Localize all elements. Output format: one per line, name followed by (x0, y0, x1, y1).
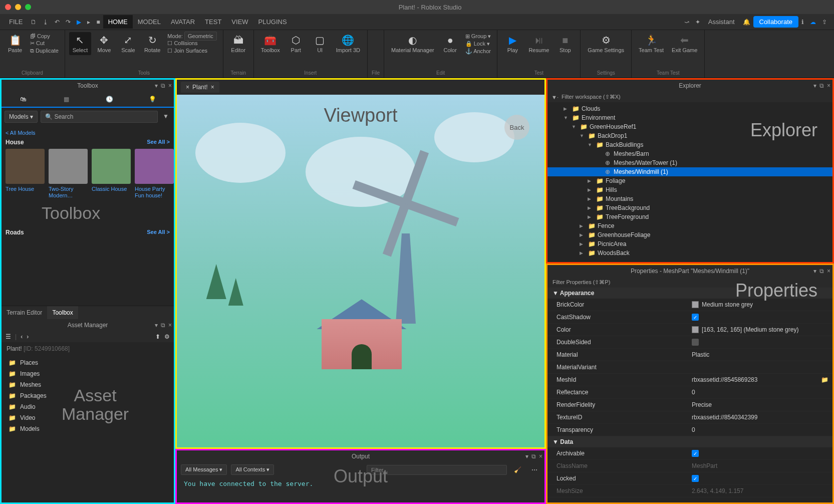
exit-game-button[interactable]: ⬅Exit Game (669, 32, 700, 55)
tree-item[interactable]: ▶📁Mountains (547, 194, 832, 203)
explorer-filter-input[interactable]: ▼· Filter workspace (⇧⌘X) (547, 92, 832, 102)
maximize-window-button[interactable] (25, 4, 31, 10)
chevron-down-icon[interactable]: ▾ (813, 82, 816, 89)
tab-model[interactable]: MODEL (133, 15, 166, 29)
asset-folder-images[interactable]: 📁 Images (2, 368, 174, 379)
asset-folder-video[interactable]: 📁 Video (2, 412, 174, 423)
color-button[interactable]: ●Color (439, 32, 461, 55)
prop-row-color[interactable]: Color [163, 162, 165] (Medium stone grey… (547, 324, 832, 336)
toolbox-item[interactable]: Classic House (92, 149, 131, 199)
anchor-button[interactable]: ⚓ Anchor (465, 48, 491, 55)
assistant-button[interactable]: Assistant (703, 15, 740, 29)
join-surfaces-checkbox[interactable]: ☐ Join Surfaces (167, 48, 216, 54)
paste-button[interactable]: 📋Paste (4, 32, 26, 55)
toolbox-item[interactable]: Two-Story Modern… (49, 149, 88, 199)
tree-item[interactable]: ▶📁Hills (547, 185, 832, 194)
tab-test[interactable]: TEST (200, 15, 226, 29)
tree-item[interactable]: ⊕Meshes/Windmill (1) (547, 167, 832, 176)
marketplace-tab[interactable]: 🛍 (2, 92, 45, 107)
part-button[interactable]: ⬡Part (285, 32, 307, 55)
terrain-editor-button[interactable]: 🏔Editor (227, 32, 249, 55)
rotate-tool[interactable]: ↻Rotate (141, 32, 163, 55)
open-icon[interactable]: ⭳ (40, 16, 52, 29)
back-nav-icon[interactable]: ‹ (21, 333, 23, 340)
popout-icon[interactable]: ⧉ (819, 82, 824, 89)
stop-icon[interactable]: ■ (93, 16, 103, 29)
chevron-down-icon[interactable]: ▾ (155, 82, 158, 89)
notification-icon[interactable]: 🔔 (740, 16, 753, 29)
copy-button[interactable]: 🗐 Copy (30, 33, 59, 39)
output-menu-icon[interactable]: ⋯ (528, 466, 540, 473)
prop-row-material[interactable]: MaterialPlastic (547, 349, 832, 361)
contexts-dropdown[interactable]: All Contexts ▾ (231, 464, 274, 475)
see-all-roads-link[interactable]: See All > (147, 229, 170, 236)
list-view-icon[interactable]: ☰ (6, 333, 11, 340)
share-icon[interactable]: ⇪ (819, 16, 830, 29)
tree-item[interactable]: ▶📁Clouds (547, 104, 832, 113)
models-dropdown[interactable]: Models ▾ (5, 111, 38, 123)
asset-folder-meshes[interactable]: 📁 Meshes (2, 379, 174, 390)
resume-button[interactable]: ⏯Resume (525, 32, 552, 55)
team-test-button[interactable]: 🏃Team Test (636, 32, 667, 55)
collisions-checkbox[interactable]: ☐ Collisions (167, 40, 216, 47)
move-tool[interactable]: ✥Move (93, 32, 115, 55)
popout-icon[interactable]: ⧉ (819, 268, 824, 275)
scene-tab[interactable]: × Plant! × (181, 82, 219, 93)
prop-row-doublesided[interactable]: DoubleSided (547, 336, 832, 349)
prop-row-castshadow[interactable]: CastShadow✓ (547, 311, 832, 324)
prop-section-data[interactable]: ▼ Data (547, 436, 832, 447)
viewport-back-button[interactable]: Back (504, 115, 529, 140)
close-icon[interactable]: × (827, 82, 830, 89)
forward-nav-icon[interactable]: › (27, 333, 29, 340)
redo-icon[interactable]: ↷ (63, 16, 74, 29)
prop-row-transparency[interactable]: Transparency0 (547, 424, 832, 436)
messages-dropdown[interactable]: All Messages ▾ (181, 464, 227, 475)
prop-row-meshid[interactable]: MeshIdrbxassetid://8545869283 📁 (547, 374, 832, 386)
ui-button[interactable]: ▢UI (309, 32, 331, 55)
duplicate-button[interactable]: ⧉ Duplicate (30, 48, 59, 54)
search-input[interactable]: 🔍 Search (41, 111, 158, 123)
recent-tab[interactable]: 🕓 (88, 92, 131, 107)
mode-dropdown[interactable]: Geometric (184, 32, 217, 41)
prop-row-reflectance[interactable]: Reflectance0 (547, 386, 832, 399)
dock-tab-toolbox[interactable]: Toolbox (47, 306, 78, 319)
creations-tab[interactable]: 💡 (131, 92, 174, 107)
minimize-window-button[interactable] (15, 4, 21, 10)
toolbox-item[interactable]: House Party Fun house! (135, 149, 174, 199)
filter-icon[interactable]: ▼ (161, 111, 171, 123)
new-icon[interactable]: 🗋 (28, 16, 40, 29)
toolbox-item[interactable]: Tree House (6, 149, 45, 199)
close-icon[interactable]: × (168, 82, 172, 89)
prop-row-archivable[interactable]: Archivable✓ (547, 447, 832, 460)
import-icon[interactable]: ⬆ (155, 333, 160, 340)
cut-button[interactable]: ✂ Cut (30, 40, 59, 47)
chevron-down-icon[interactable]: ▾ (525, 453, 528, 460)
viewport[interactable]: Back Viewport (175, 95, 546, 449)
tab-view[interactable]: VIEW (226, 15, 253, 29)
tree-item[interactable]: ⊕Meshes/WaterTower (1) (547, 158, 832, 167)
tree-item[interactable]: ▼📁BackBuidlings (547, 140, 832, 149)
prop-row-renderfidelity[interactable]: RenderFidelityPrecise (547, 399, 832, 411)
inventory-tab[interactable]: ▦ (45, 92, 88, 107)
dock-tab-terrain-editor[interactable]: Terrain Editor (2, 306, 47, 319)
stop-button[interactable]: ■Stop (554, 32, 576, 55)
collaborate-button[interactable]: Collaborate (753, 16, 799, 28)
clear-output-icon[interactable]: 🧹 (511, 466, 524, 473)
asset-folder-audio[interactable]: 📁 Audio (2, 401, 174, 412)
tree-item[interactable]: ▶📁Fence (547, 221, 832, 230)
tab-plugins[interactable]: PLUGINS (253, 15, 292, 29)
tree-item[interactable]: ▶📁TreeBackground (547, 203, 832, 212)
tree-item[interactable]: ▶📁GreenhouseFoliage (547, 230, 832, 239)
ai-icon[interactable]: ✦ (692, 16, 703, 29)
tree-item[interactable]: ▶📁Foliage (547, 176, 832, 185)
close-icon[interactable]: × (539, 453, 542, 460)
tree-item[interactable]: ▶📁WoodsBack (547, 248, 832, 258)
asset-folder-places[interactable]: 📁 Places (2, 357, 174, 368)
close-window-button[interactable] (5, 4, 11, 10)
info-icon[interactable]: ℹ (798, 16, 807, 29)
popout-icon[interactable]: ⧉ (531, 453, 536, 460)
prop-row-textureid[interactable]: TextureIDrbxassetid://8540342399 (547, 411, 832, 424)
import3d-button[interactable]: 🌐Import 3D (333, 32, 363, 55)
play-icon[interactable]: ▶ (74, 16, 84, 29)
play-button[interactable]: ▶Play (501, 32, 523, 55)
